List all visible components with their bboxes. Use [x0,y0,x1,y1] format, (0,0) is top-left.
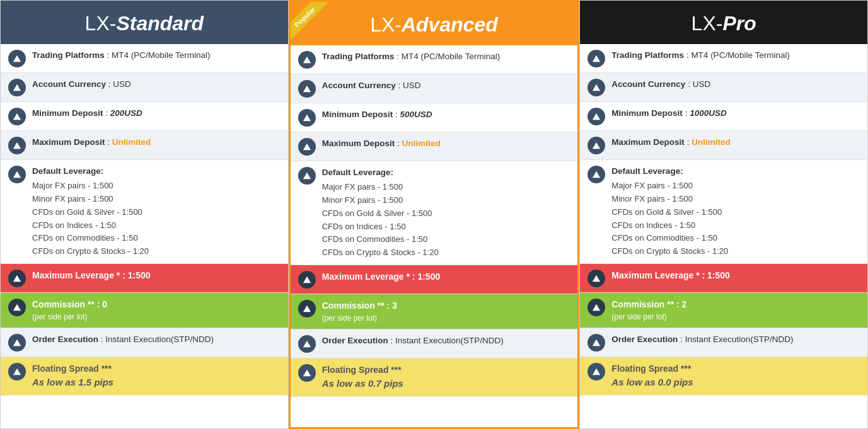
svg-marker-5 [13,275,21,282]
row-icon [587,299,605,316]
row-text-standard-2: Minimum Deposit : 200USD [32,107,142,120]
row-icon [587,363,605,380]
row-text-standard-0: Trading Platforms : MT4 (PC/Mobile Termi… [32,49,211,62]
plan-header-standard: LX-Standard [1,1,288,44]
plan-row-pro-3: Maximum Deposit : Unlimited [580,131,867,160]
svg-marker-0 [13,55,21,62]
popular-badge-label: Popular [291,2,327,40]
svg-marker-12 [303,144,311,151]
plan-row-advanced-3: Maximum Deposit : Unlimited [291,132,578,161]
svg-marker-10 [303,86,311,93]
popular-badge: Popular [291,2,341,52]
row-icon [298,335,316,353]
plan-row-standard-2: Minimum Deposit : 200USD [1,102,288,131]
plan-row-pro-2: Minimum Deposit : 1000USD [580,102,867,131]
row-text-pro-5: Maximum Leverage * : 1:500 [611,269,730,282]
plan-row-advanced-6: Commission ** : 3(per side per lot) [291,294,578,329]
row-icon [298,138,316,156]
plan-title-pro: LX-Pro [586,12,861,35]
row-text-pro-8: Floating Spread ***As low as 0.0 pips [611,362,693,390]
svg-marker-20 [593,113,600,120]
plan-row-pro-0: Trading Platforms : MT4 (PC/Mobile Termi… [580,44,867,73]
svg-marker-2 [13,113,21,120]
row-text-advanced-2: Minimum Deposit : 500USD [322,108,432,121]
svg-marker-8 [13,369,21,375]
row-text-pro-7: Order Execution : Instant Execution(STP/… [611,333,793,346]
plan-header-pro: LX-Pro [580,1,867,44]
svg-marker-17 [303,370,311,377]
row-icon [298,109,316,127]
row-text-advanced-1: Account Currency : USD [322,79,421,92]
svg-marker-4 [13,171,21,178]
plan-row-standard-6: Commission ** : 0(per side per lot) [1,293,288,328]
svg-marker-22 [593,171,600,178]
row-text-standard-1: Account Currency : USD [32,78,131,91]
row-text-advanced-0: Trading Platforms : MT4 (PC/Mobile Termi… [322,50,501,63]
row-icon [8,79,26,96]
row-icon [587,79,605,96]
plan-row-standard-4: Default Leverage:Major FX pairs - 1:500M… [1,160,288,264]
row-icon [8,137,26,154]
plan-title-standard: LX-Standard [7,12,282,35]
row-icon [298,51,316,69]
plan-row-advanced-4: Default Leverage:Major FX pairs - 1:500M… [291,161,578,265]
svg-marker-11 [303,115,311,122]
row-text-advanced-7: Order Execution : Instant Execution(STP/… [322,335,504,347]
row-icon [587,50,605,67]
row-text-advanced-5: Maximum Leverage * : 1:500 [322,270,441,283]
plan-row-pro-4: Default Leverage:Major FX pairs - 1:500M… [580,160,867,264]
plan-row-advanced-5: Maximum Leverage * : 1:500 [291,265,578,294]
plan-row-standard-7: Order Execution : Instant Execution(STP/… [1,328,288,357]
svg-marker-16 [303,341,311,348]
row-icon [8,108,26,125]
plan-row-standard-0: Trading Platforms : MT4 (PC/Mobile Termi… [1,44,288,73]
svg-marker-7 [13,340,21,346]
row-icon [587,270,605,287]
plan-row-pro-1: Account Currency : USD [580,73,867,102]
row-icon [587,108,605,125]
row-icon [8,166,26,183]
svg-marker-24 [593,304,600,311]
row-icon [587,166,605,183]
plan-row-standard-1: Account Currency : USD [1,73,288,102]
plan-row-pro-6: Commission ** : 2(per side per lot) [580,293,867,328]
row-text-standard-8: Floating Spread ***As low as 1.5 pips [32,362,113,390]
svg-marker-6 [13,304,21,311]
svg-marker-18 [593,55,600,62]
row-icon [8,299,26,316]
row-icon [298,300,316,317]
svg-marker-23 [593,275,600,282]
row-text-standard-5: Maximum Leverage * : 1:500 [32,269,151,282]
row-icon [8,270,26,287]
svg-marker-25 [593,340,600,346]
plan-row-standard-8: Floating Spread ***As low as 1.5 pips [1,357,288,396]
row-icon [298,167,316,185]
svg-marker-1 [13,84,21,91]
svg-marker-15 [303,306,311,312]
row-text-standard-6: Commission ** : 0(per side per lot) [32,298,107,323]
svg-marker-9 [303,57,311,64]
plan-card-pro: LX-ProTrading Platforms : MT4 (PC/Mobile… [579,0,868,429]
svg-marker-21 [593,142,600,149]
plan-row-advanced-2: Minimum Deposit : 500USD [291,103,578,132]
svg-marker-19 [593,84,600,91]
svg-marker-14 [303,277,311,283]
plan-row-pro-7: Order Execution : Instant Execution(STP/… [580,328,867,357]
plan-row-pro-8: Floating Spread ***As low as 0.0 pips [580,357,867,396]
svg-marker-3 [13,142,21,149]
row-icon [587,334,605,352]
row-text-pro-0: Trading Platforms : MT4 (PC/Mobile Termi… [611,49,790,62]
row-icon [8,363,26,380]
svg-marker-26 [593,369,600,375]
row-text-pro-3: Maximum Deposit : Unlimited [611,136,730,149]
row-icon [298,364,316,382]
row-icon [8,50,26,67]
plan-header-advanced: PopularLX-Advanced [291,2,578,45]
row-text-advanced-3: Maximum Deposit : Unlimited [322,137,441,150]
row-icon [298,271,316,289]
plan-row-standard-3: Maximum Deposit : Unlimited [1,131,288,160]
row-text-advanced-8: Floating Spread ***As low as 0.7 pips [322,363,403,391]
row-text-advanced-6: Commission ** : 3(per side per lot) [322,299,397,324]
row-text-advanced-4: Default Leverage:Major FX pairs - 1:500M… [322,166,439,260]
row-text-pro-6: Commission ** : 2(per side per lot) [611,298,686,323]
